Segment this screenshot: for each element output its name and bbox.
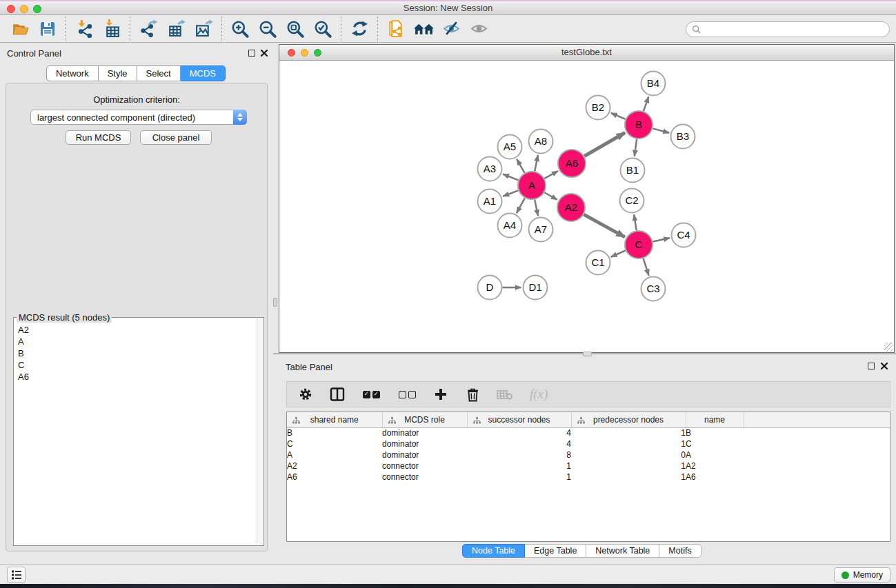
edge-A-A1[interactable] <box>503 190 518 196</box>
zoom-in-icon[interactable] <box>228 17 252 41</box>
edge-B-B2[interactable] <box>611 113 626 119</box>
edge-C-C4[interactable] <box>653 238 670 241</box>
delete-icon[interactable] <box>465 386 480 403</box>
column-header-shared-name[interactable]: shared name <box>287 412 382 427</box>
zoom-fit-content-icon[interactable] <box>283 17 307 41</box>
column-header-name[interactable]: name <box>686 412 744 427</box>
edge-B-B1[interactable] <box>635 139 637 156</box>
node-label-D1: D1 <box>528 281 541 293</box>
maximize-window-button[interactable] <box>33 5 41 13</box>
deselect-all-icon[interactable] <box>397 386 417 403</box>
column-browser-icon[interactable] <box>330 386 345 403</box>
table-row[interactable]: A6connector11A6 <box>287 472 890 483</box>
first-neighbors-icon[interactable] <box>412 17 435 41</box>
export-table-icon[interactable] <box>164 17 188 41</box>
mcds-result-item[interactable]: A <box>14 336 257 347</box>
criterion-dropdown[interactable]: largest connected component (directed) <box>30 110 247 125</box>
edge-B-B4[interactable] <box>644 97 648 111</box>
node-label-C1: C1 <box>591 256 604 268</box>
edge-C-C3[interactable] <box>644 258 649 276</box>
close-panel-button[interactable]: Close panel <box>140 130 212 145</box>
delete-table-icon <box>497 386 513 403</box>
edge-A-A5[interactable] <box>517 159 524 173</box>
edge-A-A6[interactable] <box>544 171 557 179</box>
toolbar-separator <box>66 17 66 41</box>
memory-status-icon <box>842 571 849 579</box>
tab-node-table[interactable]: Node Table <box>462 544 525 558</box>
table-row[interactable]: A2connector11A2 <box>287 460 890 472</box>
window-resize-grip[interactable] <box>884 343 893 352</box>
table-cell: 1 <box>571 438 686 449</box>
edge-B-B3[interactable] <box>653 128 669 132</box>
table-tabs: Node TableEdge TableNetwork TableMotifs <box>462 544 701 558</box>
open-icon[interactable] <box>8 17 32 41</box>
minimize-window-button[interactable] <box>20 5 28 13</box>
tab-network[interactable]: Network <box>46 65 99 81</box>
table-cell: A6 <box>686 472 744 483</box>
column-header-MCDS-role[interactable]: MCDS role <box>382 412 467 427</box>
table-row[interactable]: Cdominator41C <box>287 438 890 449</box>
edge-C-C2[interactable] <box>634 214 637 230</box>
edge-A-A8[interactable] <box>535 155 538 171</box>
tab-motifs[interactable]: Motifs <box>659 544 701 558</box>
table-row[interactable]: Adominator80A <box>287 449 890 460</box>
edge-A-A7[interactable] <box>535 200 538 216</box>
control-panel-float-icon[interactable] <box>248 50 255 57</box>
table-cell: dominator <box>382 438 467 449</box>
vertical-splitter-grip[interactable] <box>273 298 277 307</box>
memory-button[interactable]: Memory <box>834 567 890 582</box>
run-mcds-button[interactable]: Run MCDS <box>66 130 131 145</box>
tab-mcds[interactable]: MCDS <box>181 65 226 81</box>
node-label-B3: B3 <box>677 130 689 142</box>
network-canvas[interactable]: B4B2BB3A5A8A6A3B1AA1A2C2A4A7C4CC1C3DD1 <box>279 61 894 352</box>
close-window-button[interactable] <box>7 5 15 13</box>
save-icon[interactable] <box>36 17 59 41</box>
show-all-icon[interactable] <box>467 17 490 41</box>
export-image-icon[interactable] <box>192 17 215 41</box>
tab-edge-table[interactable]: Edge Table <box>525 544 586 558</box>
task-history-button[interactable] <box>7 567 26 583</box>
edge-A2-C[interactable] <box>584 214 624 237</box>
mcds-result-item[interactable]: C <box>14 359 257 371</box>
network-maximize-button[interactable] <box>314 49 321 57</box>
edge-A6-B[interactable] <box>584 132 625 156</box>
new-network-from-selection-icon[interactable] <box>384 17 408 41</box>
add-row-icon[interactable] <box>433 386 448 403</box>
table-panel-float-icon[interactable] <box>868 363 875 369</box>
mcds-result-item[interactable]: A2 <box>14 324 257 336</box>
network-minimize-button[interactable] <box>301 49 308 57</box>
zoom-out-icon[interactable] <box>256 17 279 41</box>
edge-C-C1[interactable] <box>611 250 626 256</box>
zoom-selected-icon[interactable] <box>311 17 335 41</box>
edge-A-A3[interactable] <box>503 174 518 181</box>
search-icon <box>692 25 701 34</box>
mcds-result-item[interactable]: A6 <box>14 371 257 383</box>
refresh-icon[interactable] <box>348 17 371 41</box>
edge-A-A2[interactable] <box>544 192 557 199</box>
horizontal-splitter-grip[interactable] <box>583 352 592 356</box>
tab-style[interactable]: Style <box>99 65 137 81</box>
export-network-icon[interactable] <box>137 17 160 41</box>
network-close-button[interactable] <box>288 49 295 57</box>
edge-A-A4[interactable] <box>517 198 525 213</box>
table-cell: 1 <box>467 460 571 472</box>
import-network-icon[interactable] <box>72 17 96 41</box>
mcds-result-item[interactable]: B <box>14 347 257 359</box>
table-row[interactable]: Bdominator41B <box>287 427 890 438</box>
control-panel-close-icon[interactable] <box>260 49 268 57</box>
memory-label: Memory <box>853 570 883 580</box>
main-toolbar <box>0 15 896 43</box>
network-graph[interactable]: B4B2BB3A5A8A6A3B1AA1A2C2A4A7C4CC1C3DD1 <box>279 61 894 352</box>
tab-network-table[interactable]: Network Table <box>586 544 659 558</box>
column-settings-gear-icon[interactable] <box>298 386 313 403</box>
import-table-icon[interactable] <box>100 17 123 41</box>
hide-selected-icon[interactable] <box>439 17 463 41</box>
mcds-result-scrollbar[interactable] <box>257 318 263 545</box>
node-label-B4: B4 <box>647 77 659 89</box>
tab-select[interactable]: Select <box>137 65 181 81</box>
select-all-icon[interactable] <box>361 386 381 403</box>
column-header-successor-nodes[interactable]: successor nodes <box>467 412 571 427</box>
table-panel-close-icon[interactable] <box>880 362 888 370</box>
column-header-predecessor-nodes[interactable]: predecessor nodes <box>571 412 686 427</box>
search-input[interactable] <box>704 25 884 34</box>
